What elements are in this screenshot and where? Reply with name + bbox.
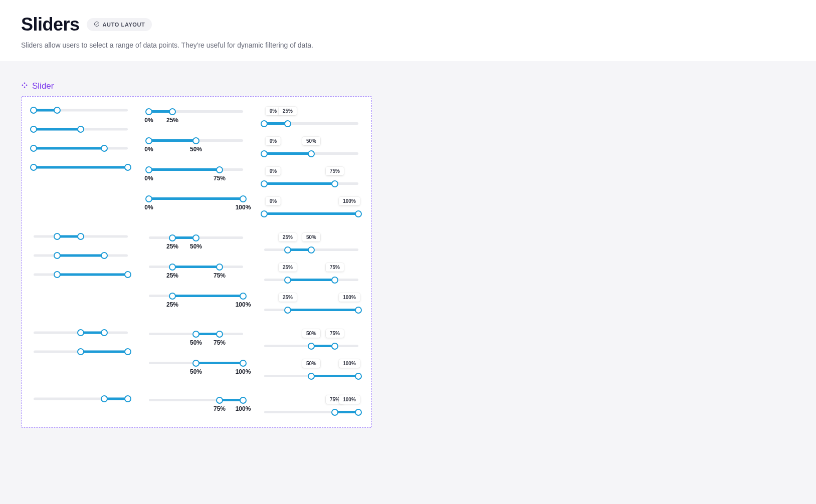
slider-handle-start[interactable]	[169, 234, 176, 241]
slider-handle-start[interactable]	[308, 373, 315, 380]
slider-handle-end[interactable]	[240, 293, 247, 300]
slider-handle-start[interactable]	[54, 252, 61, 259]
slider-handle-start[interactable]	[169, 264, 176, 271]
slider-handle-end[interactable]	[308, 150, 315, 157]
range-slider[interactable]	[34, 329, 128, 336]
range-slider[interactable]	[34, 252, 128, 259]
slider-handle-start[interactable]	[145, 137, 152, 144]
range-slider[interactable]	[34, 271, 128, 278]
slider-row: 25%50%25%75%25%100%25%50%25%75%25%100%	[34, 233, 359, 313]
slider-handle-end[interactable]	[124, 164, 131, 171]
slider-handle-start[interactable]	[284, 277, 291, 284]
slider-handle-end[interactable]	[77, 233, 84, 240]
range-slider[interactable]: 0%75%	[264, 167, 358, 187]
slider-handle-end[interactable]	[355, 307, 362, 314]
slider-handle-start[interactable]	[284, 307, 291, 314]
slider-handle-start[interactable]	[77, 348, 84, 355]
slider-handle-end[interactable]	[124, 395, 131, 402]
range-slider[interactable]	[34, 348, 128, 355]
slider-handle-end[interactable]	[240, 195, 247, 202]
slider-handle-end[interactable]	[355, 373, 362, 380]
slider-column-tooltip: 25%50%25%75%25%100%	[264, 233, 358, 313]
slider-tooltip-start: 50%	[302, 329, 320, 338]
slider-tooltip-end: 75%	[326, 167, 344, 175]
range-slider[interactable]: 0%50%	[149, 136, 243, 153]
slider-fill	[81, 351, 128, 353]
slider-handle-end[interactable]	[284, 120, 291, 127]
slider-handle-start[interactable]	[216, 397, 223, 404]
range-slider[interactable]: 75%100%	[149, 395, 243, 412]
slider-handle-start[interactable]	[284, 246, 291, 254]
slider-handle-end[interactable]	[101, 145, 108, 152]
slider-handle-end[interactable]	[331, 343, 338, 350]
slider-handle-start[interactable]	[145, 166, 152, 173]
slider-handle-end[interactable]	[355, 409, 362, 416]
range-slider[interactable]: 50%100%	[264, 359, 358, 379]
slider-handle-end[interactable]	[169, 108, 176, 115]
slider-handle-start[interactable]	[145, 195, 152, 202]
slider-label-start: 25%	[166, 243, 178, 250]
range-slider[interactable]: 0%25%	[149, 107, 243, 124]
slider-handle-start[interactable]	[30, 126, 37, 133]
range-slider[interactable]: 0%100%	[149, 194, 243, 211]
slider-handle-end[interactable]	[331, 180, 338, 187]
range-slider[interactable]: 0%75%	[149, 165, 243, 182]
slider-handle-end[interactable]	[240, 397, 247, 404]
slider-handle-start[interactable]	[77, 329, 84, 336]
range-slider[interactable]	[34, 145, 128, 152]
slider-handle-end[interactable]	[124, 348, 131, 355]
range-slider[interactable]: 25%50%	[149, 233, 243, 250]
range-slider[interactable]: 0%50%	[264, 137, 358, 157]
slider-handle-start[interactable]	[145, 108, 152, 115]
slider-handle-end[interactable]	[355, 210, 362, 217]
slider-handle-start[interactable]	[169, 293, 176, 300]
slider-column-tooltip: 75%100%	[264, 395, 358, 415]
slider-handle-end[interactable]	[54, 107, 61, 114]
range-slider[interactable]: 50%100%	[149, 358, 243, 375]
slider-handle-end[interactable]	[101, 252, 108, 259]
range-slider[interactable]: 50%75%	[149, 329, 243, 346]
range-slider[interactable]: 25%75%	[149, 262, 243, 279]
slider-handle-start[interactable]	[101, 395, 108, 402]
slider-handle-start[interactable]	[30, 164, 37, 171]
range-slider[interactable]	[34, 126, 128, 133]
slider-handle-end[interactable]	[216, 331, 223, 338]
range-slider[interactable]: 25%100%	[264, 293, 358, 313]
slider-handle-start[interactable]	[308, 343, 315, 350]
slider-handle-start[interactable]	[192, 331, 199, 338]
slider-handle-start[interactable]	[54, 271, 61, 278]
range-slider[interactable]: 75%100%	[264, 395, 358, 415]
range-slider[interactable]: 0%25%	[264, 107, 358, 127]
slider-handle-start[interactable]	[54, 233, 61, 240]
range-slider[interactable]: 25%100%	[149, 291, 243, 308]
slider-handle-end[interactable]	[331, 277, 338, 284]
slider-handle-end[interactable]	[192, 137, 199, 144]
range-slider[interactable]	[34, 164, 128, 171]
slider-handle-end[interactable]	[216, 166, 223, 173]
slider-handle-start[interactable]	[30, 145, 37, 152]
range-slider[interactable]	[34, 233, 128, 240]
slider-handle-end[interactable]	[77, 126, 84, 133]
range-slider[interactable]: 25%75%	[264, 263, 358, 283]
range-slider[interactable]: 0%100%	[264, 197, 358, 217]
slider-handle-start[interactable]	[192, 360, 199, 367]
slider-tooltip-end: 100%	[339, 197, 360, 205]
range-slider[interactable]: 50%75%	[264, 329, 358, 349]
slider-handle-end[interactable]	[308, 246, 315, 254]
slider-handle-end[interactable]	[240, 360, 247, 367]
slider-handle-end[interactable]	[216, 264, 223, 271]
range-slider[interactable]	[34, 395, 128, 402]
slider-handle-start[interactable]	[261, 120, 268, 127]
range-slider[interactable]: 25%50%	[264, 233, 358, 253]
slider-fill	[34, 128, 81, 131]
slider-handle-end[interactable]	[192, 234, 199, 241]
slider-handle-start[interactable]	[261, 210, 268, 217]
slider-handle-start[interactable]	[261, 150, 268, 157]
slider-handle-start[interactable]	[261, 180, 268, 187]
section-title: Slider	[32, 81, 54, 91]
range-slider[interactable]	[34, 107, 128, 114]
slider-handle-start[interactable]	[331, 409, 338, 416]
slider-handle-end[interactable]	[124, 271, 131, 278]
slider-handle-start[interactable]	[30, 107, 37, 114]
slider-handle-end[interactable]	[101, 329, 108, 336]
